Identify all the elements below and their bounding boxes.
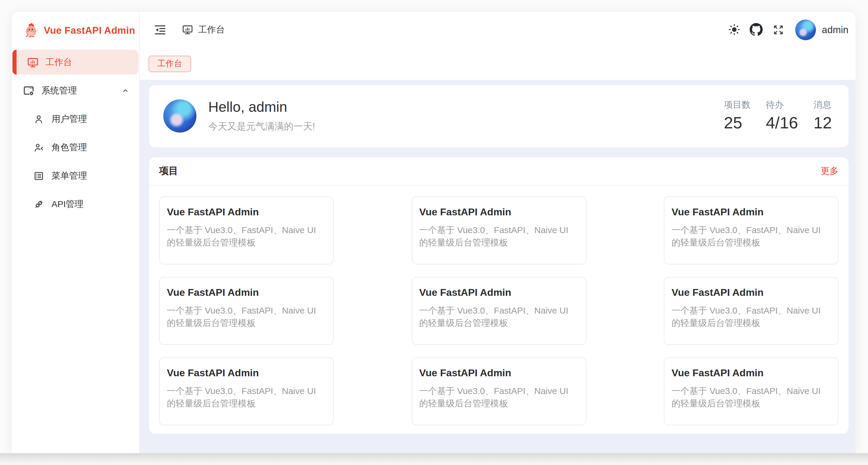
stat-todos: 待办 4/16 bbox=[766, 99, 798, 132]
chick-logo-icon bbox=[23, 22, 39, 38]
projects-card: 项目 更多 Vue FastAPI Admin 一个基于 Vue3.0、Fast… bbox=[149, 157, 848, 433]
screenshot-bottom-fade bbox=[0, 453, 868, 465]
project-card-title: Vue FastAPI Admin bbox=[167, 367, 326, 379]
project-card-title: Vue FastAPI Admin bbox=[419, 206, 578, 218]
project-card-description: 一个基于 Vue3.0、FastAPI、Naive UI 的轻量级后台管理模板 bbox=[167, 384, 326, 409]
github-button[interactable] bbox=[746, 20, 766, 40]
stat-value: 12 bbox=[813, 114, 832, 132]
sidebar-item-label: 菜单管理 bbox=[52, 170, 87, 181]
project-card[interactable]: Vue FastAPI Admin 一个基于 Vue3.0、FastAPI、Na… bbox=[411, 357, 586, 425]
project-card[interactable]: Vue FastAPI Admin 一个基于 Vue3.0、FastAPI、Na… bbox=[411, 196, 586, 264]
content: Hello, admin 今天又是元气满满的一天! 项目数 25 待办 4/16 bbox=[140, 80, 856, 453]
topbar: 工作台 bbox=[140, 12, 856, 47]
sidebar-item-users[interactable]: 用户管理 bbox=[12, 106, 139, 131]
project-card-description: 一个基于 Vue3.0、FastAPI、Naive UI 的轻量级后台管理模板 bbox=[419, 384, 578, 409]
welcome-message: 今天又是元气满满的一天! bbox=[208, 121, 315, 133]
stat-messages: 消息 12 bbox=[813, 99, 832, 132]
role-icon bbox=[33, 142, 44, 153]
sidebar-item-workbench[interactable]: 工作台 bbox=[12, 50, 138, 74]
project-card[interactable]: Vue FastAPI Admin 一个基于 Vue3.0、FastAPI、Na… bbox=[159, 357, 334, 425]
stat-label: 项目数 bbox=[724, 99, 750, 111]
stat-label: 待办 bbox=[766, 99, 798, 111]
projects-grid: Vue FastAPI Admin 一个基于 Vue3.0、FastAPI、Na… bbox=[149, 185, 848, 425]
username[interactable]: admin bbox=[822, 24, 848, 35]
github-icon bbox=[750, 23, 763, 36]
api-plug-icon bbox=[33, 198, 44, 210]
current-page-label: 工作台 bbox=[198, 24, 225, 35]
collapse-sidebar-button[interactable] bbox=[150, 20, 170, 40]
current-page-indicator: 工作台 bbox=[182, 24, 225, 35]
project-card-description: 一个基于 Vue3.0、FastAPI、Naive UI 的轻量级后台管理模板 bbox=[672, 304, 831, 329]
stat-label: 消息 bbox=[813, 99, 832, 111]
sidebar-item-label: 工作台 bbox=[45, 57, 72, 68]
stat-value: 25 bbox=[724, 114, 750, 132]
sidebar-item-label: 系统管理 bbox=[41, 85, 77, 96]
tagbar: 工作台 bbox=[140, 47, 856, 80]
app-window: Vue FastAPI Admin 工作台 bbox=[12, 12, 856, 453]
project-card-title: Vue FastAPI Admin bbox=[167, 206, 326, 218]
project-card-description: 一个基于 Vue3.0、FastAPI、Naive UI 的轻量级后台管理模板 bbox=[167, 223, 326, 248]
sidebar-item-label: 角色管理 bbox=[52, 142, 87, 153]
project-card-description: 一个基于 Vue3.0、FastAPI、Naive UI 的轻量级后台管理模板 bbox=[672, 384, 831, 409]
sidebar-item-api[interactable]: API管理 bbox=[12, 192, 139, 217]
collapse-sidebar-icon bbox=[153, 23, 166, 36]
sidebar-item-menus[interactable]: 菜单管理 bbox=[12, 163, 139, 188]
project-card-title: Vue FastAPI Admin bbox=[419, 287, 578, 299]
monitor-dashboard-icon bbox=[27, 56, 39, 68]
project-card[interactable]: Vue FastAPI Admin 一个基于 Vue3.0、FastAPI、Na… bbox=[411, 277, 586, 345]
sidebar-submenu-system: 用户管理 角色管理 bbox=[12, 106, 139, 217]
project-card[interactable]: Vue FastAPI Admin 一个基于 Vue3.0、FastAPI、Na… bbox=[664, 196, 838, 264]
project-card-description: 一个基于 Vue3.0、FastAPI、Naive UI 的轻量级后台管理模板 bbox=[167, 304, 326, 329]
brand-title: Vue FastAPI Admin bbox=[44, 25, 135, 36]
sidebar-item-system[interactable]: 系统管理 bbox=[12, 78, 138, 103]
project-card-title: Vue FastAPI Admin bbox=[419, 367, 578, 379]
project-card-description: 一个基于 Vue3.0、FastAPI、Naive UI 的轻量级后台管理模板 bbox=[419, 223, 578, 248]
sidebar-item-label: 用户管理 bbox=[52, 113, 87, 125]
project-card-title: Vue FastAPI Admin bbox=[672, 367, 831, 379]
page: Vue FastAPI Admin 工作台 bbox=[0, 0, 868, 465]
topbar-actions: admin bbox=[722, 19, 848, 40]
sidebar-item-label: API管理 bbox=[52, 198, 84, 210]
welcome-greeting: Hello, admin bbox=[208, 99, 315, 115]
project-card-description: 一个基于 Vue3.0、FastAPI、Naive UI 的轻量级后台管理模板 bbox=[672, 223, 831, 248]
theme-sun-icon bbox=[728, 23, 741, 36]
projects-more-link[interactable]: 更多 bbox=[821, 165, 838, 177]
project-card-title: Vue FastAPI Admin bbox=[672, 206, 831, 218]
stat-value: 4/16 bbox=[766, 114, 798, 132]
fullscreen-button[interactable] bbox=[768, 20, 788, 40]
welcome-avatar bbox=[163, 99, 196, 132]
project-card-description: 一个基于 Vue3.0、FastAPI、Naive UI 的轻量级后台管理模板 bbox=[419, 304, 578, 329]
projects-header: 项目 更多 bbox=[149, 157, 848, 185]
user-avatar[interactable] bbox=[795, 19, 816, 40]
theme-toggle-button[interactable] bbox=[724, 20, 744, 40]
welcome-text: Hello, admin 今天又是元气满满的一天! bbox=[208, 99, 315, 133]
projects-title: 项目 bbox=[159, 165, 178, 177]
sidebar-item-roles[interactable]: 角色管理 bbox=[12, 135, 139, 160]
project-card-title: Vue FastAPI Admin bbox=[167, 287, 326, 299]
sidebar-menu: 工作台 系统管理 bbox=[12, 49, 139, 217]
sidebar: Vue FastAPI Admin 工作台 bbox=[12, 12, 140, 453]
project-card[interactable]: Vue FastAPI Admin 一个基于 Vue3.0、FastAPI、Na… bbox=[159, 196, 334, 264]
user-icon bbox=[33, 113, 44, 125]
menu-list-icon bbox=[33, 170, 44, 181]
brand[interactable]: Vue FastAPI Admin bbox=[12, 12, 139, 49]
project-card[interactable]: Vue FastAPI Admin 一个基于 Vue3.0、FastAPI、Na… bbox=[159, 277, 334, 345]
chevron-up-icon bbox=[121, 86, 130, 95]
project-card-title: Vue FastAPI Admin bbox=[672, 287, 831, 299]
stats: 项目数 25 待办 4/16 消息 12 bbox=[724, 99, 832, 132]
main-area: 工作台 bbox=[140, 12, 856, 453]
window-settings-icon bbox=[23, 84, 35, 97]
monitor-icon bbox=[182, 24, 193, 35]
project-card[interactable]: Vue FastAPI Admin 一个基于 Vue3.0、FastAPI、Na… bbox=[664, 357, 838, 425]
stat-projects: 项目数 25 bbox=[724, 99, 750, 132]
project-card[interactable]: Vue FastAPI Admin 一个基于 Vue3.0、FastAPI、Na… bbox=[664, 277, 838, 345]
welcome-card: Hello, admin 今天又是元气满满的一天! 项目数 25 待办 4/16 bbox=[149, 85, 848, 147]
fullscreen-icon bbox=[772, 23, 784, 36]
tag-workbench[interactable]: 工作台 bbox=[149, 55, 191, 72]
